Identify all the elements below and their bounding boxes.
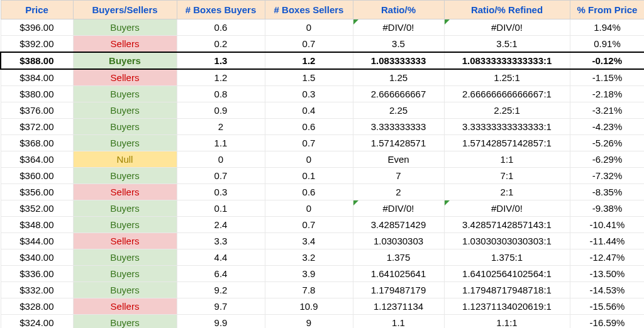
table-row[interactable]: $388.00Buyers1.31.21.0833333331.08333333…	[1, 52, 644, 69]
cell-ratio-refined[interactable]: 2.66666666666667:1	[444, 86, 570, 102]
cell-ratio-refined[interactable]: 3.5:1	[444, 36, 570, 53]
cell-price[interactable]: $368.00	[1, 135, 73, 151]
cell-ratio[interactable]: 2.666666667	[353, 86, 444, 102]
cell-ratio-refined[interactable]: #DIV/0!	[444, 200, 570, 217]
table-row[interactable]: $360.00Buyers0.70.177:1-7.32%	[1, 168, 644, 184]
cell-ratio-refined[interactable]: 1.64102564102564:1	[444, 266, 570, 282]
cell-price[interactable]: $360.00	[1, 168, 73, 184]
cell-price[interactable]: $328.00	[1, 298, 73, 315]
table-row[interactable]: $344.00Sellers3.33.41.030303031.03030303…	[1, 233, 644, 249]
cell-boxes-buyers[interactable]: 3.3	[177, 233, 265, 249]
col-price[interactable]: Price	[1, 1, 73, 19]
cell-ratio[interactable]: 1.571428571	[353, 135, 444, 151]
cell-bs[interactable]: Buyers	[73, 119, 177, 135]
cell-bs[interactable]: Sellers	[73, 184, 177, 200]
cell-ratio-refined[interactable]: 1.17948717948718:1	[444, 282, 570, 298]
cell-pct[interactable]: -14.53%	[570, 282, 644, 298]
cell-ratio-refined[interactable]: 1.57142857142857:1	[444, 135, 570, 151]
cell-ratio-refined[interactable]: 2.25:1	[444, 102, 570, 119]
cell-ratio-refined[interactable]: 1.12371134020619:1	[444, 298, 570, 315]
cell-boxes-buyers[interactable]: 0.8	[177, 86, 265, 102]
cell-boxes-buyers[interactable]: 0.7	[177, 168, 265, 184]
cell-boxes-sellers[interactable]: 0	[265, 19, 353, 36]
cell-boxes-sellers[interactable]: 0.7	[265, 217, 353, 233]
cell-boxes-buyers[interactable]: 9.7	[177, 298, 265, 315]
cell-boxes-sellers[interactable]: 0	[265, 200, 353, 217]
cell-pct[interactable]: -16.59%	[570, 315, 644, 329]
cell-pct[interactable]: -2.18%	[570, 86, 644, 102]
cell-boxes-buyers[interactable]: 1.3	[177, 52, 265, 69]
cell-price[interactable]: $352.00	[1, 200, 73, 217]
cell-boxes-sellers[interactable]: 0.4	[265, 102, 353, 119]
table-row[interactable]: $340.00Buyers4.43.21.3751.375:1-12.47%	[1, 249, 644, 266]
cell-bs[interactable]: Sellers	[73, 69, 177, 86]
table-row[interactable]: $396.00Buyers0.60#DIV/0!#DIV/0!1.94%	[1, 19, 644, 36]
cell-pct[interactable]: -13.50%	[570, 266, 644, 282]
cell-ratio[interactable]: 1.179487179	[353, 282, 444, 298]
cell-boxes-sellers[interactable]: 0	[265, 151, 353, 168]
cell-bs[interactable]: Buyers	[73, 200, 177, 217]
cell-ratio-refined[interactable]: 7:1	[444, 168, 570, 184]
cell-boxes-buyers[interactable]: 0.6	[177, 19, 265, 36]
cell-price[interactable]: $332.00	[1, 282, 73, 298]
cell-pct[interactable]: -9.38%	[570, 200, 644, 217]
cell-ratio[interactable]: 1.03030303	[353, 233, 444, 249]
table-row[interactable]: $348.00Buyers2.40.73.4285714293.42857142…	[1, 217, 644, 233]
cell-ratio[interactable]: 1.083333333	[353, 52, 444, 69]
cell-boxes-sellers[interactable]: 0.6	[265, 184, 353, 200]
cell-price[interactable]: $376.00	[1, 102, 73, 119]
cell-ratio-refined[interactable]: #DIV/0!	[444, 19, 570, 36]
cell-pct[interactable]: -11.44%	[570, 233, 644, 249]
cell-pct[interactable]: 0.91%	[570, 36, 644, 53]
cell-bs[interactable]: Buyers	[73, 86, 177, 102]
cell-ratio[interactable]: 1.12371134	[353, 298, 444, 315]
cell-price[interactable]: $380.00	[1, 86, 73, 102]
cell-price[interactable]: $364.00	[1, 151, 73, 168]
cell-boxes-buyers[interactable]: 6.4	[177, 266, 265, 282]
col-from-price[interactable]: % From Price	[570, 1, 644, 19]
cell-boxes-buyers[interactable]: 2	[177, 119, 265, 135]
cell-bs[interactable]: Buyers	[73, 315, 177, 329]
table-row[interactable]: $336.00Buyers6.43.91.6410256411.64102564…	[1, 266, 644, 282]
cell-price[interactable]: $392.00	[1, 36, 73, 53]
cell-pct[interactable]: -1.15%	[570, 69, 644, 86]
cell-boxes-sellers[interactable]: 3.2	[265, 249, 353, 266]
cell-ratio[interactable]: 3.333333333	[353, 119, 444, 135]
cell-boxes-buyers[interactable]: 9.2	[177, 282, 265, 298]
cell-bs[interactable]: Buyers	[73, 19, 177, 36]
cell-price[interactable]: $388.00	[1, 52, 73, 69]
cell-boxes-buyers[interactable]: 0.3	[177, 184, 265, 200]
cell-bs[interactable]: Buyers	[73, 168, 177, 184]
cell-ratio[interactable]: 1.641025641	[353, 266, 444, 282]
table-row[interactable]: $376.00Buyers0.90.42.252.25:1-3.21%	[1, 102, 644, 119]
col-buyers-sellers[interactable]: Buyers/Sellers	[73, 1, 177, 19]
col-boxes-sellers[interactable]: # Boxes Sellers	[265, 1, 353, 19]
cell-boxes-buyers[interactable]: 0.1	[177, 200, 265, 217]
cell-bs[interactable]: Buyers	[73, 52, 177, 69]
cell-ratio-refined[interactable]: 1.25:1	[444, 69, 570, 86]
cell-bs[interactable]: Buyers	[73, 102, 177, 119]
cell-price[interactable]: $336.00	[1, 266, 73, 282]
cell-ratio[interactable]: #DIV/0!	[353, 200, 444, 217]
cell-boxes-buyers[interactable]: 1.1	[177, 135, 265, 151]
cell-pct[interactable]: -10.41%	[570, 217, 644, 233]
table-row[interactable]: $356.00Sellers0.30.622:1-8.35%	[1, 184, 644, 200]
cell-boxes-sellers[interactable]: 1.5	[265, 69, 353, 86]
table-row[interactable]: $364.00Null00Even1:1-6.29%	[1, 151, 644, 168]
cell-pct[interactable]: 1.94%	[570, 19, 644, 36]
cell-price[interactable]: $340.00	[1, 249, 73, 266]
cell-boxes-buyers[interactable]: 0	[177, 151, 265, 168]
table-row[interactable]: $392.00Sellers0.20.73.53.5:10.91%	[1, 36, 644, 53]
cell-price[interactable]: $348.00	[1, 217, 73, 233]
cell-price[interactable]: $356.00	[1, 184, 73, 200]
cell-bs[interactable]: Buyers	[73, 249, 177, 266]
cell-price[interactable]: $324.00	[1, 315, 73, 329]
cell-boxes-buyers[interactable]: 2.4	[177, 217, 265, 233]
cell-bs[interactable]: Buyers	[73, 217, 177, 233]
cell-ratio-refined[interactable]: 3.42857142857143:1	[444, 217, 570, 233]
cell-ratio[interactable]: 3.5	[353, 36, 444, 53]
cell-boxes-sellers[interactable]: 7.8	[265, 282, 353, 298]
table-row[interactable]: $368.00Buyers1.10.71.5714285711.57142857…	[1, 135, 644, 151]
col-ratio-refined[interactable]: Ratio/% Refined	[444, 1, 570, 19]
cell-boxes-buyers[interactable]: 4.4	[177, 249, 265, 266]
